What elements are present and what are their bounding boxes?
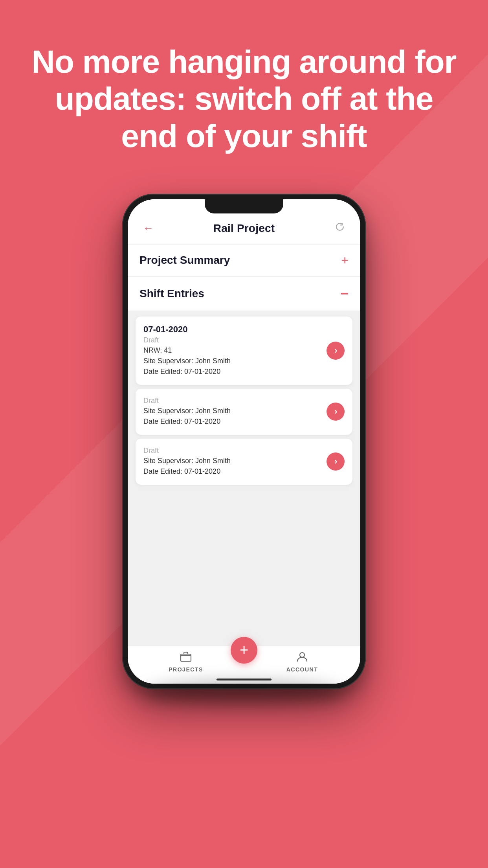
project-summary-add-icon[interactable]: +: [341, 253, 349, 268]
entry-date-edited-2: Date Edited: 07-01-2020: [143, 416, 321, 427]
entry-date-edited-3: Date Edited: 07-01-2020: [143, 466, 321, 477]
phone-frame: ← Rail Project: [122, 194, 366, 689]
headline-text: No more hanging around for updates: swit…: [0, 0, 488, 186]
svg-point-1: [300, 653, 305, 657]
back-button[interactable]: ←: [139, 220, 157, 237]
entry-nrw-1: NRW: 41: [143, 345, 321, 356]
entry-card-1: 07-01-2020 Draft NRW: 41 Site Supervisor…: [136, 316, 352, 385]
entry-arrow-button-1[interactable]: ›: [327, 342, 345, 360]
entry-date-edited-1: Date Edited: 07-01-2020: [143, 366, 321, 377]
entry-card-3: Draft Site Supervisor: John Smith Date E…: [136, 439, 352, 485]
refresh-icon: [334, 221, 345, 235]
account-icon: [296, 651, 308, 665]
refresh-button[interactable]: [331, 220, 349, 237]
chevron-right-icon-1: ›: [334, 346, 337, 356]
shift-entries-label: Shift Entries: [139, 287, 204, 300]
entry-status-3: Draft: [143, 447, 321, 455]
account-nav-label: ACCOUNT: [286, 666, 318, 673]
shift-entries-collapse-icon[interactable]: −: [340, 285, 349, 302]
page-title: Rail Project: [213, 222, 275, 235]
entry-supervisor-1: Site Supervisor: John Smith: [143, 356, 321, 366]
entry-info-1: 07-01-2020 Draft NRW: 41 Site Supervisor…: [143, 324, 321, 377]
entry-arrow-button-3[interactable]: ›: [327, 452, 345, 471]
fab-plus-icon: +: [240, 642, 248, 657]
entry-arrow-button-2[interactable]: ›: [327, 403, 345, 421]
home-indicator: [216, 679, 272, 680]
nav-account[interactable]: ACCOUNT: [244, 651, 360, 673]
shift-entries-section: Shift Entries −: [128, 277, 360, 311]
entry-info-2: Draft Site Supervisor: John Smith Date E…: [143, 397, 321, 427]
entry-supervisor-3: Site Supervisor: John Smith: [143, 456, 321, 466]
nav-projects[interactable]: PROJECTS: [128, 651, 244, 673]
entry-status-2: Draft: [143, 397, 321, 405]
projects-nav-label: PROJECTS: [169, 666, 203, 673]
chevron-right-icon-2: ›: [334, 406, 337, 417]
chevron-right-icon-3: ›: [334, 456, 337, 467]
entry-date-1: 07-01-2020: [143, 324, 321, 335]
screen-content: ← Rail Project: [128, 199, 360, 684]
fab-add-button[interactable]: +: [231, 637, 257, 664]
project-summary-label: Project Summary: [139, 254, 230, 267]
phone-screen: ← Rail Project: [128, 199, 360, 684]
projects-icon: [180, 651, 192, 665]
entries-list: 07-01-2020 Draft NRW: 41 Site Supervisor…: [128, 311, 360, 646]
entry-supervisor-2: Site Supervisor: John Smith: [143, 406, 321, 416]
bottom-nav: PROJECTS + ACCOUNT: [128, 646, 360, 684]
phone-wrapper: ← Rail Project: [0, 194, 488, 689]
entry-status-1: Draft: [143, 336, 321, 344]
back-arrow-icon: ←: [143, 222, 154, 235]
entry-card-2: Draft Site Supervisor: John Smith Date E…: [136, 389, 352, 435]
svg-rect-0: [181, 654, 191, 661]
entry-info-3: Draft Site Supervisor: John Smith Date E…: [143, 447, 321, 477]
phone-notch: [205, 199, 283, 213]
project-summary-section: Project Summary +: [128, 245, 360, 277]
